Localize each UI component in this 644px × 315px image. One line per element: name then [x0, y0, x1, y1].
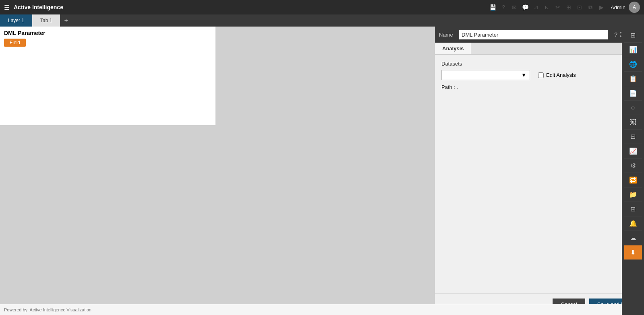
link-icon[interactable]: ⧉ [586, 3, 595, 12]
right-panel: Name ? ⛶ ✕ ⇑ Analysis Datasets ⌂ [435, 27, 644, 315]
edit-analysis-row: Edit Analysis [538, 72, 576, 78]
app-title: Active Intelligence [14, 4, 63, 10]
toolbar-icons: 💾 ? ✉ 💬 ⊿ ⊾ ✂ ⊞ ⊡ ⧉ ▶ [488, 3, 606, 12]
path-row: Path : . [441, 84, 638, 90]
bottombar: Powered by: Active Intelligence Visualiz… [0, 304, 644, 315]
sidebar-icon-refresh[interactable]: 🔁 [624, 173, 642, 187]
hamburger-icon[interactable]: ☰ [4, 4, 10, 11]
panel-help-icon[interactable]: ? [614, 31, 617, 38]
name-label: Name [439, 32, 455, 38]
sidebar-icon-bell[interactable]: 🔔 [624, 216, 642, 231]
bottombar-text: Powered by: Active Intelligence Visualiz… [4, 307, 91, 312]
grid-icon[interactable]: ⊡ [575, 3, 584, 12]
sidebar-icon-grid3[interactable]: ⊞ [624, 202, 642, 216]
tab-layer1[interactable]: Layer 1 [0, 14, 32, 27]
right-panel-body: Datasets ⌂ ▼ Edit Analysis Path : . [435, 55, 644, 293]
sidebar-icon-linechart[interactable]: 📈 [624, 144, 642, 159]
sidebar-icon-image[interactable]: 🖼 [624, 115, 642, 130]
top-bar: ☰ Active Intelligence 💾 ? ✉ 💬 ⊿ ⊾ ✂ ⊞ ⊡ … [0, 0, 644, 14]
tab-analysis[interactable]: Analysis [435, 43, 471, 54]
chat-icon[interactable]: 💬 [521, 3, 530, 12]
dropdown-chevron-icon: ▼ [521, 72, 526, 78]
right-sidebar: ⊞ 📊 🌐 📋 📄 ○ 🖼 ⊟ 📈 ⚙ 🔁 📁 ⊞ 🔔 ☁ ⬇ [622, 27, 644, 315]
field-badge[interactable]: Field [4, 39, 26, 47]
path-value: . [457, 84, 458, 90]
sidebar-icon-gear[interactable]: ⚙ [624, 159, 642, 173]
filter2-icon[interactable]: ⊾ [543, 3, 551, 12]
sidebar-icon-grid2[interactable]: ⊟ [624, 130, 642, 144]
mail-icon[interactable]: ✉ [510, 3, 519, 12]
table-icon[interactable]: ⊞ [564, 3, 573, 12]
datasets-label: Datasets [441, 61, 634, 67]
help-icon[interactable]: ? [499, 3, 508, 12]
dml-parameter-title: DML Parameter [0, 27, 215, 37]
tab-bar: Layer 1 Tab 1 + [0, 14, 644, 27]
datasets-dropdown[interactable]: ▼ [441, 70, 530, 80]
sidebar-icon-download[interactable]: ⬇ [624, 245, 642, 260]
name-input[interactable] [459, 30, 608, 39]
datasets-select-row: ▼ Edit Analysis [441, 70, 638, 80]
cut-icon[interactable]: ✂ [553, 3, 562, 12]
save-icon[interactable]: 💾 [488, 3, 497, 12]
sidebar-icon-file[interactable]: 📄 [624, 86, 642, 101]
sidebar-icon-chart[interactable]: 📊 [624, 43, 642, 57]
admin-name: Admin [611, 4, 625, 10]
white-panel: DML Parameter Field [0, 27, 215, 125]
admin-area: Admin A [611, 2, 640, 13]
edit-analysis-label: Edit Analysis [546, 72, 576, 78]
sidebar-icon-clipboard[interactable]: 📋 [624, 72, 642, 86]
sidebar-icon-table[interactable]: ⊞ [624, 28, 642, 43]
sidebar-icon-globe[interactable]: 🌐 [624, 57, 642, 72]
play-icon[interactable]: ▶ [597, 3, 606, 12]
sidebar-icon-circle[interactable]: ○ [624, 101, 642, 115]
path-label: Path : [441, 84, 455, 90]
main-area: DML Parameter Field Name ? ⛶ ✕ ⇑ Analysi… [0, 27, 644, 315]
avatar: A [629, 2, 640, 13]
tab-tab1[interactable]: Tab 1 [32, 14, 60, 27]
sidebar-icon-cloud[interactable]: ☁ [624, 231, 642, 245]
filter1-icon[interactable]: ⊿ [532, 3, 540, 12]
datasets-row: Datasets ⌂ [441, 60, 638, 67]
edit-analysis-checkbox[interactable] [538, 72, 544, 78]
canvas-area: DML Parameter Field [0, 27, 435, 315]
tab-add-button[interactable]: + [60, 17, 72, 24]
sidebar-icon-folder[interactable]: 📁 [624, 187, 642, 202]
right-panel-tabs: Analysis [435, 43, 644, 55]
right-panel-header: Name ? ⛶ ✕ ⇑ [435, 27, 644, 43]
